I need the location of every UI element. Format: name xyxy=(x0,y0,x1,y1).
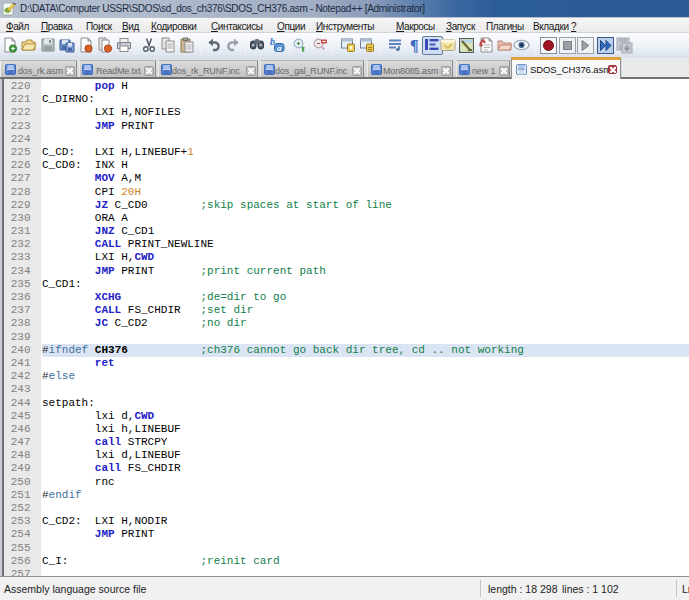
svg-text:¶: ¶ xyxy=(410,37,419,53)
